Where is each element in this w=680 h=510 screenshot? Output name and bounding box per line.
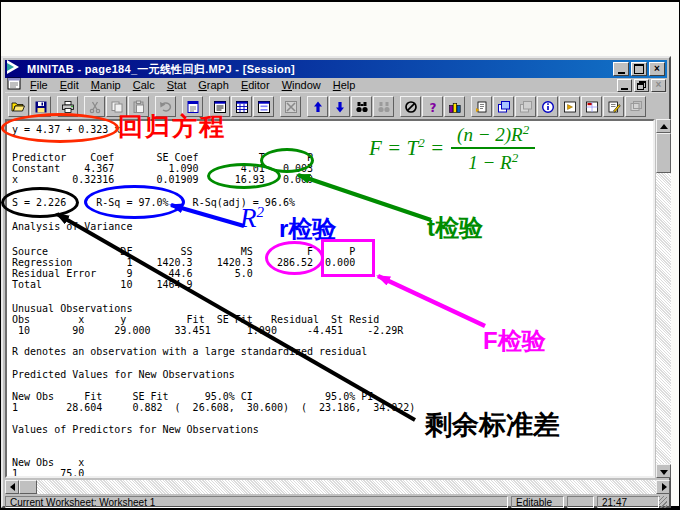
menu-window[interactable]: Window (276, 79, 327, 91)
vertical-scrollbar[interactable] (656, 119, 671, 478)
session-window[interactable]: y = 4.37 + 0.323 x Predictor Coef SE Coe… (5, 119, 655, 478)
cancel-button[interactable] (400, 96, 421, 117)
title-bar: MINITAB - page184_一元线性回归.MPJ - [Session]… (5, 60, 667, 78)
graph-window-button[interactable] (280, 96, 301, 117)
window-title: MINITAB - page184_一元线性回归.MPJ - [Session] (27, 62, 295, 77)
right-triangle-icon (662, 483, 667, 491)
cut-button[interactable] (84, 96, 105, 117)
down-arrow-icon (333, 100, 347, 114)
child-restore-button[interactable] (634, 79, 649, 92)
session-window-button[interactable] (209, 96, 230, 117)
help-icon: ? (426, 100, 440, 114)
minimize-icon (618, 72, 625, 74)
stat-guide-button[interactable] (444, 96, 465, 117)
child-restore-icon (637, 81, 646, 90)
books-icon (448, 100, 462, 114)
svg-text:?: ? (429, 100, 436, 114)
open-folder-icon (11, 100, 26, 114)
session-window-icon (213, 100, 227, 114)
minitab-window: MINITAB - page184_一元线性回归.MPJ - [Session]… (1, 56, 671, 508)
session-unusual-obs: Unusual Observations Obs x y Fit SE Fit … (12, 303, 403, 336)
close-graphs-disabled-icon (629, 100, 643, 114)
scroll-left-button[interactable] (5, 480, 19, 494)
session-predicted-title: Predicted Values for New Observations (12, 369, 235, 380)
history-scroll-icon (475, 100, 489, 114)
toolbar: ? (5, 94, 667, 119)
jump-to-session-button[interactable] (559, 96, 580, 117)
edit-dialog-icon (186, 100, 200, 114)
slide-background: MINITAB - page184_一元线性回归.MPJ - [Session]… (1, 2, 679, 506)
menu-edit[interactable]: Edit (54, 79, 85, 91)
session-shortcut-icon (563, 100, 577, 114)
child-minimize-button[interactable] (617, 79, 632, 92)
up-triangle-icon (660, 124, 668, 129)
menu-calc[interactable]: Calc (127, 79, 161, 91)
find-next-button[interactable] (373, 96, 394, 117)
horizontal-scrollbar[interactable] (5, 480, 670, 494)
menu-graph[interactable]: Graph (192, 79, 235, 91)
cancel-icon (404, 100, 418, 114)
previous-command-button[interactable] (307, 96, 328, 117)
project-notes-button[interactable] (603, 96, 624, 117)
paste-button[interactable] (128, 96, 149, 117)
data-window-button[interactable] (231, 96, 252, 117)
edit-last-dialog-button[interactable] (182, 96, 203, 117)
graph-window-icon (284, 100, 298, 114)
help-button[interactable]: ? (422, 96, 443, 117)
manage-windows-button[interactable] (493, 96, 514, 117)
menu-editor[interactable]: Editor (235, 79, 276, 91)
binoculars-disabled-icon (377, 100, 391, 114)
session-equation-text: y = 4.37 + 0.323 x (12, 124, 120, 135)
printer-icon (61, 100, 75, 114)
history-window-button[interactable] (471, 96, 492, 117)
close-all-graphs-button[interactable] (625, 96, 646, 117)
up-arrow-icon (311, 100, 325, 114)
find-button[interactable] (351, 96, 372, 117)
info-window-button[interactable] (253, 96, 274, 117)
print-button[interactable] (57, 96, 78, 117)
manage-windows-disabled-button[interactable] (515, 96, 536, 117)
scroll-right-button[interactable] (656, 480, 670, 494)
menu-file[interactable]: File (24, 79, 54, 91)
session-document-icon (7, 76, 21, 94)
maximize-button[interactable] (631, 62, 647, 76)
session-values-title: Values of Predictors for New Observation… (12, 424, 259, 435)
child-minimize-icon (621, 88, 628, 90)
minimize-button[interactable] (613, 62, 629, 76)
show-info-button[interactable] (537, 96, 558, 117)
status-editable-badge: Editable (511, 496, 564, 508)
session-values-table: New Obs x 1 75.0 (12, 457, 84, 478)
info-window-icon (257, 100, 271, 114)
session-r-note: R denotes an observation with a large st… (12, 346, 367, 357)
session-predicted-table: New Obs Fit SE Fit 95.0% CI 95.0% PI 1 2… (12, 391, 415, 413)
scroll-up-button[interactable] (656, 119, 671, 133)
menu-help[interactable]: Help (327, 79, 362, 91)
open-file-button[interactable] (8, 96, 29, 117)
resize-grip[interactable] (659, 496, 667, 508)
scissors-icon (88, 100, 102, 114)
horizontal-scroll-thumb[interactable] (19, 480, 37, 494)
jump-to-worksheet-button[interactable] (581, 96, 602, 117)
left-triangle-icon (10, 483, 15, 491)
scroll-down-button[interactable] (656, 464, 671, 478)
tiled-windows-icon (497, 100, 511, 114)
child-close-button[interactable]: × (651, 79, 666, 92)
menu-manip[interactable]: Manip (85, 79, 127, 91)
session-anova-table: Source DF SS MS F P Regression 1 1420.3 … (12, 246, 355, 290)
down-triangle-icon (660, 470, 668, 475)
maximize-icon (634, 64, 644, 74)
status-empty-panel (567, 496, 594, 508)
annotated-screenshot: { "colors": { "red_label": "#ff0000", "r… (0, 0, 680, 510)
session-s-rsq-line: S = 2.226 R-Sq = 97.0% R-Sq(adj) = 96.6% (12, 197, 295, 208)
close-button[interactable]: × (649, 62, 665, 76)
undo-button[interactable] (155, 96, 176, 117)
vertical-scroll-thumb[interactable] (656, 133, 671, 173)
menu-stat[interactable]: Stat (161, 79, 193, 91)
worksheet-grid-icon (235, 100, 249, 114)
notepad-pencil-icon (607, 100, 621, 114)
copy-button[interactable] (106, 96, 127, 117)
save-button[interactable] (30, 96, 51, 117)
next-command-button[interactable] (329, 96, 350, 117)
floppy-disk-icon (34, 100, 48, 114)
copy-icon (110, 100, 124, 114)
